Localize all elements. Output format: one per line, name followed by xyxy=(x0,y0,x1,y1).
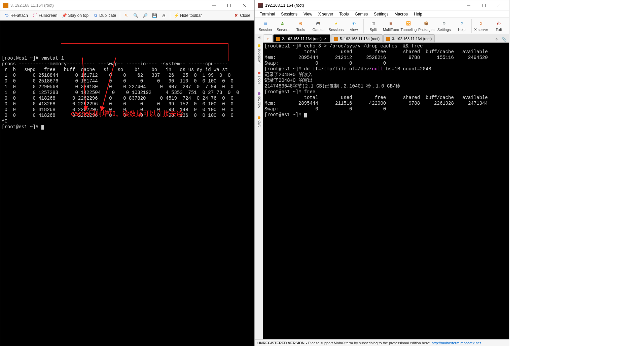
close-button[interactable] xyxy=(237,1,252,10)
duplicate-button[interactable]: ⧉Duplicate xyxy=(91,12,118,19)
tab-close-icon[interactable]: × xyxy=(323,37,327,41)
dot-icon xyxy=(258,92,260,95)
fullscreen-button[interactable]: ⛶Fullscreen xyxy=(31,12,59,19)
status-bar: UNREGISTERED VERSION - Please support Mo… xyxy=(255,339,509,346)
right-window-wrap: 192.168.11.164 (root) TerminalSessionsVi… xyxy=(255,0,509,346)
sidebar: ◀ SessionsToolsMacrosSftp xyxy=(255,34,263,339)
separator xyxy=(120,12,120,19)
toolbtn-tunneling[interactable]: 🔀Tunneling xyxy=(400,19,418,33)
dot-icon xyxy=(258,116,260,119)
print-icon: 🖨 xyxy=(162,13,166,18)
sidetab-sftp[interactable]: Sftp xyxy=(256,114,262,130)
toolbtn-tools[interactable]: 🛠Tools xyxy=(292,19,310,33)
reattach-button[interactable]: ⮌Re-attach xyxy=(2,12,30,19)
toolbtn-sessions[interactable]: ★Sessions xyxy=(327,19,345,33)
session-tab[interactable]: 5. 192.168.11.164 (root) xyxy=(331,34,383,42)
save-icon: 💾 xyxy=(152,13,157,18)
fullscreen-icon: ⛶ xyxy=(33,13,37,18)
terminal-icon xyxy=(3,3,8,8)
zoom-button[interactable]: 🔎 xyxy=(141,12,149,19)
toolbtn-servers[interactable]: 🖧Servers xyxy=(274,19,292,33)
unregistered-label: UNREGISTERED VERSION xyxy=(257,341,305,345)
tools-icon: 🛠 xyxy=(297,20,304,27)
menu-terminal[interactable]: Terminal xyxy=(257,11,278,17)
toolbtn-exit[interactable]: ⏻Exit xyxy=(490,19,508,33)
plus-icon[interactable]: ✧ xyxy=(495,37,500,42)
menu-x-server[interactable]: X server xyxy=(316,11,336,17)
zoom-icon: 🔎 xyxy=(143,13,147,18)
menu-view[interactable]: View xyxy=(301,11,315,17)
tabbar: ⌂ 2. 192.168.11.164 (root)×5. 192.168.11… xyxy=(263,34,509,43)
dot-icon xyxy=(258,44,260,47)
menu-macros[interactable]: Macros xyxy=(392,11,410,17)
maximize-button[interactable] xyxy=(221,1,237,10)
terminal-icon xyxy=(334,37,338,41)
toolbtn-help[interactable]: ?Help xyxy=(453,19,471,33)
left-terminal[interactable]: cache同时增加。读数据可以直接去读 [root@es1 ~]# vmstat… xyxy=(0,21,254,346)
menu-tools[interactable]: Tools xyxy=(337,11,352,17)
pencil-icon: ✎ xyxy=(124,13,129,18)
toolbtn-session[interactable]: 🖥Session xyxy=(256,19,274,33)
reattach-icon: ⮌ xyxy=(4,13,9,18)
home-tab[interactable]: ⌂ xyxy=(264,34,273,42)
annotation-text: cache同时增加。读数据可以直接去读 xyxy=(71,111,183,116)
games-icon: 🎮 xyxy=(315,20,322,27)
hidetoolbar-button[interactable]: ⚡Hide toolbar xyxy=(172,12,204,19)
help-icon: ? xyxy=(458,20,465,27)
toolbtn-games[interactable]: 🎮Games xyxy=(310,19,327,33)
minimize-button[interactable] xyxy=(461,1,476,10)
menu-sessions[interactable]: Sessions xyxy=(278,11,300,17)
close-button[interactable] xyxy=(491,1,506,10)
footer-text: - Please support MobaXterm by subscribin… xyxy=(306,341,430,345)
toolbtn-settings[interactable]: ⚙Settings xyxy=(435,19,453,33)
menu-settings[interactable]: Settings xyxy=(371,11,391,17)
close-icon: ✖ xyxy=(234,13,239,18)
maximize-button[interactable] xyxy=(476,1,491,10)
session-tab[interactable]: 3. 192.168.11.164 (root) xyxy=(383,34,435,42)
right-terminal[interactable]: [root@es1 ~]# echo 3 > /proc/sys/vm/drop… xyxy=(263,43,509,339)
exit-icon: ⏻ xyxy=(496,20,502,27)
dot-icon xyxy=(258,72,260,74)
toolbar-close-button[interactable]: ✖Close xyxy=(232,12,252,19)
servers-icon: 🖧 xyxy=(280,20,286,27)
x-server-icon: X xyxy=(478,20,485,27)
split-icon: ◫ xyxy=(370,20,377,27)
print-button[interactable]: 🖨 xyxy=(159,12,168,19)
body-row: ◀ SessionsToolsMacrosSftp ⌂ 2. 192.168.1… xyxy=(255,34,509,339)
attach-icon[interactable]: 📎 xyxy=(502,37,507,42)
menubar: TerminalSessionsViewX serverToolsGamesSe… xyxy=(255,10,509,18)
sessions-icon: ★ xyxy=(333,20,339,27)
toolbtn-packages[interactable]: 📦Packages xyxy=(418,19,435,33)
toolbtn-split[interactable]: ◫Split xyxy=(364,19,382,33)
tunneling-icon: 🔀 xyxy=(405,20,412,27)
toolbtn-view[interactable]: 👁View xyxy=(345,19,363,33)
separator xyxy=(170,12,170,19)
session-icon: 🖥 xyxy=(262,20,269,27)
menu-help[interactable]: Help xyxy=(411,11,425,17)
main-toolbar: 🖥Session🖧Servers🛠Tools🎮Games★Sessions👁Vi… xyxy=(255,18,509,34)
menu-games[interactable]: Games xyxy=(352,11,371,17)
settings-icon: ⚙ xyxy=(441,20,448,27)
sidetab-sessions[interactable]: Sessions xyxy=(256,42,262,66)
lightning-icon: ⚡ xyxy=(174,13,179,18)
save-button[interactable]: 💾 xyxy=(150,12,159,19)
left-titlebar[interactable]: 3. 192.168.11.164 (root) xyxy=(0,0,254,10)
left-toolbar: ⮌Re-attach ⛶Fullscreen 📌Stay on top ⧉Dup… xyxy=(0,10,254,21)
separator xyxy=(471,19,472,33)
sidetab-tools[interactable]: Tools xyxy=(256,69,262,87)
search-icon: 🔍 xyxy=(133,13,138,18)
sidebar-collapse-arrow-icon[interactable]: ◀ xyxy=(258,35,260,39)
find-button[interactable]: 🔍 xyxy=(131,12,140,19)
session-tab[interactable]: 2. 192.168.11.164 (root)× xyxy=(273,34,330,42)
terminal-icon xyxy=(386,37,390,41)
separator xyxy=(363,19,364,33)
toolbtn-multiexec[interactable]: ⊞MultiExec xyxy=(382,19,400,33)
toolbtn-x-server[interactable]: XX server xyxy=(472,19,490,33)
right-titlebar[interactable]: 192.168.11.164 (root) xyxy=(255,0,509,10)
edit-button[interactable]: ✎ xyxy=(122,12,131,19)
minimize-button[interactable] xyxy=(206,1,221,10)
tab-end-controls: ✧📎 xyxy=(494,37,508,42)
footer-link[interactable]: http://mobaxterm.mobatek.net xyxy=(432,341,481,345)
stayontop-button[interactable]: 📌Stay on top xyxy=(60,12,91,19)
sidetab-macros[interactable]: Macros xyxy=(256,90,262,111)
